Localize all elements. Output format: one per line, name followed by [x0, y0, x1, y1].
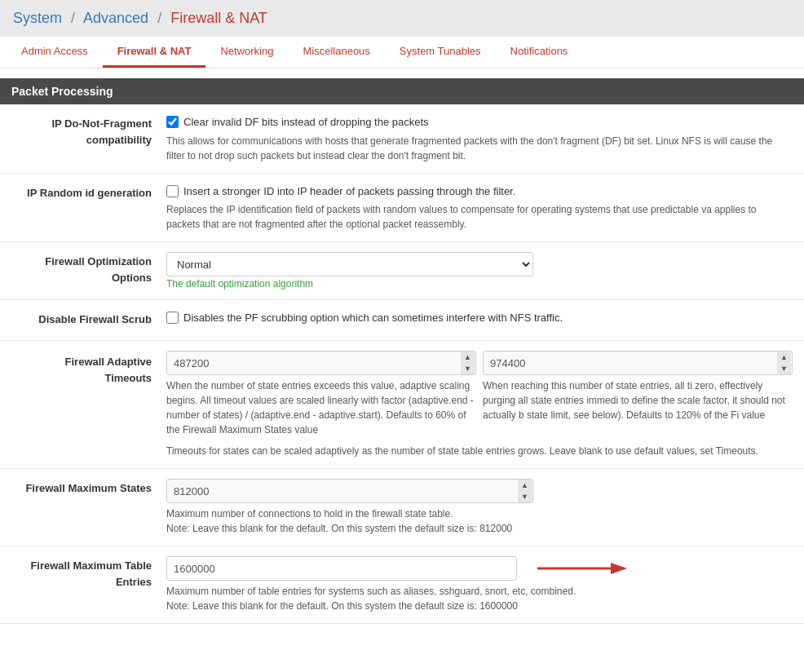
tab-admin-access[interactable]: Admin Access	[7, 37, 103, 68]
row-ip-random-id: IP Random id generation Insert a stronge…	[0, 174, 804, 243]
label-firewall-max-states: Firewall Maximum States	[0, 477, 163, 537]
desc-firewall-max-states: Maximum number of connections to hold in…	[166, 506, 793, 536]
desc-adaptive-end: When reaching this number of state entri…	[483, 378, 793, 422]
breadcrumb-current: Firewall & NAT	[170, 10, 267, 26]
desc-adaptive-bottom: Timeouts for states can be scaled adapti…	[166, 444, 793, 458]
svg-marker-1	[611, 563, 627, 574]
tab-firewall-nat[interactable]: Firewall & NAT	[103, 37, 206, 68]
tab-miscellaneous[interactable]: Miscellaneous	[288, 37, 384, 68]
spinner-arrows-max-states: ▲ ▼	[518, 480, 532, 502]
breadcrumb-advanced[interactable]: Advanced	[83, 10, 148, 26]
tabs-bar: Admin Access Firewall & NAT Networking M…	[0, 37, 804, 69]
input-adaptive-end[interactable]: 974400	[483, 351, 793, 375]
control-firewall-optimization: Normal Conservative High-latency Aggress…	[163, 250, 804, 291]
tab-notifications[interactable]: Notifications	[496, 37, 583, 68]
tab-networking[interactable]: Networking	[205, 37, 288, 68]
spinner-down-max-states[interactable]: ▼	[518, 491, 532, 502]
checkbox-disable-scrub[interactable]	[166, 312, 179, 324]
spinner-arrows-start: ▲ ▼	[461, 351, 475, 374]
row-ip-do-not-fragment: IP Do-Not-Fragmentcompatibility Clear in…	[0, 104, 804, 174]
checkbox-ip-do-not-fragment[interactable]	[166, 116, 179, 128]
checkbox-ip-random-id[interactable]	[166, 185, 179, 197]
row-firewall-max-table: Firewall Maximum TableEntries 1600000 Ma…	[0, 546, 804, 624]
spinner-adaptive-end: 974400 ▲ ▼	[483, 351, 793, 375]
red-arrow-svg	[533, 556, 631, 581]
select-firewall-optimization[interactable]: Normal Conservative High-latency Aggress…	[166, 252, 533, 276]
control-ip-do-not-fragment: Clear invalid DF bits instead of droppin…	[163, 113, 804, 165]
spinner-down-end[interactable]: ▼	[777, 363, 791, 374]
desc-green-firewall-optimization: The default optimization algorithm	[166, 278, 793, 290]
label-ip-do-not-fragment: IP Do-Not-Fragmentcompatibility	[0, 113, 163, 165]
spinner-up-start[interactable]: ▲	[461, 351, 475, 363]
row-firewall-adaptive-timeouts: Firewall AdaptiveTimeouts 487200 ▲ ▼ Whe…	[0, 341, 804, 469]
breadcrumb: System / Advanced / Firewall & NAT	[0, 0, 804, 37]
desc-firewall-max-table: Maximum number of table entries for syst…	[166, 584, 793, 613]
row-firewall-optimization: Firewall OptimizationOptions Normal Cons…	[0, 242, 804, 300]
spinner-up-max-states[interactable]: ▲	[518, 480, 532, 491]
max-table-input-wrap: 1600000	[166, 556, 793, 581]
control-firewall-max-table: 1600000 Maximum number of table entries …	[163, 555, 804, 615]
input-max-states[interactable]: 812000	[166, 479, 533, 503]
row-disable-scrub: Disable Firewall Scrub Disables the PF s…	[0, 300, 804, 341]
control-firewall-max-states: 812000 ▲ ▼ Maximum number of connections…	[163, 477, 804, 537]
desc-ip-random-id: Replaces the IP identification field of …	[166, 202, 793, 232]
input-adaptive-start[interactable]: 487200	[166, 351, 476, 375]
red-arrow-indicator	[525, 556, 639, 581]
control-firewall-adaptive-timeouts: 487200 ▲ ▼ When the number of state entr…	[163, 349, 804, 460]
desc-adaptive-start: When the number of state entries exceeds…	[166, 378, 476, 437]
label-disable-scrub: Disable Firewall Scrub	[0, 308, 163, 332]
label-firewall-adaptive-timeouts: Firewall AdaptiveTimeouts	[0, 349, 163, 460]
spinner-up-end[interactable]: ▲	[777, 351, 791, 363]
checkbox-label-ip-random-id: Insert a stronger ID into IP header of p…	[183, 183, 515, 200]
control-ip-random-id: Insert a stronger ID into IP header of p…	[163, 182, 804, 234]
section-header-packet-processing: Packet Processing	[0, 78, 804, 104]
content-area: Packet Processing IP Do-Not-Fragmentcomp…	[0, 78, 804, 624]
label-ip-random-id: IP Random id generation	[0, 182, 163, 234]
spinner-down-start[interactable]: ▼	[461, 363, 475, 374]
input-max-table[interactable]: 1600000	[166, 556, 517, 581]
spinner-arrows-end: ▲ ▼	[777, 351, 791, 374]
spinner-adaptive-start: 487200 ▲ ▼	[166, 351, 476, 375]
breadcrumb-system[interactable]: System	[13, 10, 62, 26]
label-firewall-optimization: Firewall OptimizationOptions	[0, 250, 163, 291]
breadcrumb-sep2: /	[157, 10, 161, 26]
checkbox-label-ip-do-not-fragment: Clear invalid DF bits instead of droppin…	[183, 114, 429, 130]
checkbox-label-disable-scrub: Disables the PF scrubbing option which c…	[183, 310, 563, 326]
control-disable-scrub: Disables the PF scrubbing option which c…	[163, 308, 804, 332]
spinner-max-states: 812000 ▲ ▼	[166, 479, 533, 503]
tab-system-tunables[interactable]: System Tunables	[385, 37, 496, 68]
label-firewall-max-table: Firewall Maximum TableEntries	[0, 555, 163, 615]
row-firewall-max-states: Firewall Maximum States 812000 ▲ ▼ Maxim…	[0, 469, 804, 546]
desc-ip-do-not-fragment: This allows for communications with host…	[166, 134, 793, 163]
breadcrumb-sep1: /	[71, 10, 75, 26]
